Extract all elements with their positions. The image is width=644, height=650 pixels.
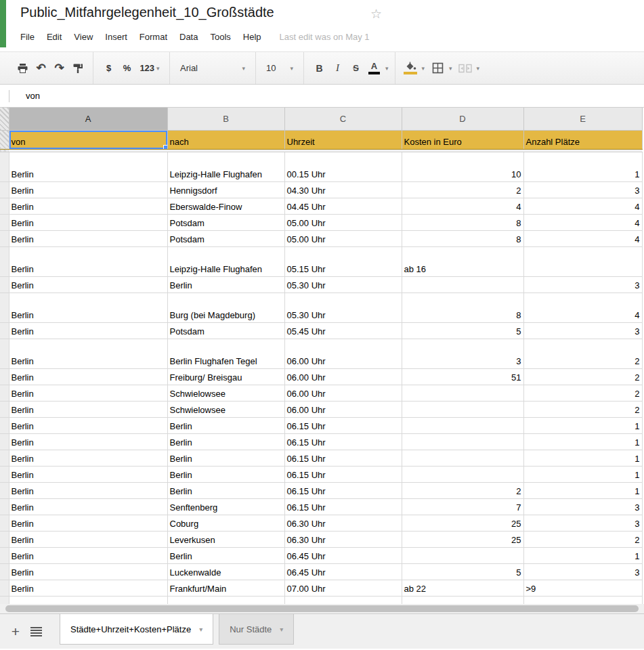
cell-plaetze[interactable]: 4 bbox=[523, 214, 642, 230]
cell-uhrzeit[interactable]: 04.30 Uhr bbox=[284, 181, 402, 198]
cell-uhrzeit[interactable]: 06.30 Uhr bbox=[284, 531, 402, 547]
cell-uhrzeit[interactable]: 06.00 Uhr bbox=[284, 401, 402, 417]
cell-a1-selected[interactable]: von bbox=[9, 130, 167, 149]
cell-nach[interactable]: Senftenberg bbox=[167, 498, 284, 515]
cell-kosten[interactable]: ab 16 bbox=[402, 246, 523, 276]
cell-uhrzeit[interactable]: 06.15 Uhr bbox=[284, 433, 402, 450]
cell-kosten[interactable]: 51 bbox=[402, 368, 523, 385]
cell-von[interactable]: Berlin bbox=[9, 482, 167, 498]
caret-down-icon[interactable]: ▾ bbox=[449, 65, 452, 72]
cell-nach[interactable]: Berlin bbox=[167, 466, 284, 482]
cell-nach[interactable]: Berlin bbox=[167, 433, 284, 450]
cell-nach[interactable]: Luckenwalde bbox=[167, 563, 284, 580]
cell-kosten[interactable]: 25 bbox=[402, 531, 523, 547]
cell-nach[interactable]: Potsdam bbox=[167, 214, 284, 230]
cell-uhrzeit[interactable]: 05.00 Uhr bbox=[284, 214, 402, 230]
cell-kosten[interactable]: 10 bbox=[402, 152, 523, 181]
tab-nur-staedte[interactable]: Nur Städte ▾ bbox=[219, 614, 294, 645]
cell-kosten[interactable]: 7 bbox=[402, 498, 523, 515]
row-header-strip[interactable] bbox=[0, 152, 9, 181]
cell-kosten[interactable]: 5 bbox=[402, 563, 523, 580]
cell-kosten[interactable]: ab 22 bbox=[402, 580, 523, 596]
font-size-select[interactable]: 10 ▾ bbox=[262, 59, 297, 78]
row-header-strip[interactable] bbox=[0, 322, 9, 339]
last-edit-status[interactable]: Last edit was on May 1 bbox=[280, 32, 370, 42]
cell-von[interactable]: Berlin bbox=[9, 433, 167, 450]
cell-kosten[interactable]: 8 bbox=[402, 214, 523, 230]
cell-kosten[interactable]: 2 bbox=[402, 181, 523, 198]
format-currency-button[interactable]: $ bbox=[100, 58, 118, 79]
row-header-strip[interactable] bbox=[0, 401, 9, 417]
row-header-strip[interactable] bbox=[0, 385, 9, 401]
empty-cell[interactable] bbox=[402, 596, 523, 604]
row-header-strip[interactable] bbox=[0, 246, 9, 276]
cell-nach[interactable]: Coburg bbox=[167, 515, 284, 531]
text-color-button[interactable]: A bbox=[365, 58, 383, 79]
cell-von[interactable]: Berlin bbox=[9, 450, 167, 466]
menu-item-file[interactable]: File bbox=[14, 28, 41, 45]
fill-color-button[interactable] bbox=[402, 58, 420, 79]
row-header-strip[interactable] bbox=[0, 339, 9, 368]
cell-uhrzeit[interactable]: 05.15 Uhr bbox=[284, 246, 402, 276]
cell-uhrzeit[interactable]: 06.15 Uhr bbox=[284, 466, 402, 482]
cell-plaetze[interactable]: 1 bbox=[523, 433, 642, 450]
cell-uhrzeit[interactable]: 06.00 Uhr bbox=[284, 339, 402, 368]
cell-nach[interactable]: Frankfurt/Main bbox=[167, 580, 284, 596]
menu-item-edit[interactable]: Edit bbox=[41, 28, 68, 45]
cell-plaetze[interactable]: 3 bbox=[523, 563, 642, 580]
cell-kosten[interactable] bbox=[402, 547, 523, 563]
cell-nach[interactable]: Potsdam bbox=[167, 322, 284, 339]
cell-kosten[interactable]: 4 bbox=[402, 198, 523, 214]
cell-uhrzeit[interactable]: 05.30 Uhr bbox=[284, 276, 402, 292]
number-format-button[interactable]: 123 ▾ bbox=[136, 58, 163, 79]
cell-plaetze[interactable]: 1 bbox=[523, 466, 642, 482]
cell-von[interactable]: Berlin bbox=[9, 368, 167, 385]
row-header-strip[interactable] bbox=[0, 292, 9, 322]
cell-plaetze[interactable]: 1 bbox=[523, 482, 642, 498]
add-sheet-button[interactable]: + bbox=[5, 614, 26, 649]
cell-kosten[interactable] bbox=[402, 417, 523, 433]
cell-von[interactable]: Berlin bbox=[9, 152, 167, 181]
cell-von[interactable]: Berlin bbox=[9, 563, 167, 580]
cell-kosten[interactable]: 5 bbox=[402, 322, 523, 339]
cell-nach[interactable]: Leipzig-Halle Flughafen bbox=[167, 246, 284, 276]
cell-von[interactable]: Berlin bbox=[9, 246, 167, 276]
cell-kosten[interactable] bbox=[402, 401, 523, 417]
cell-nach[interactable]: Leipzig-Halle Flughafen bbox=[167, 152, 284, 181]
row-header-strip[interactable] bbox=[0, 580, 9, 596]
column-header-c[interactable]: C bbox=[284, 108, 402, 130]
formula-input[interactable]: von bbox=[26, 91, 40, 101]
cell-nach[interactable]: Berlin Flughafen Tegel bbox=[167, 339, 284, 368]
cell-plaetze[interactable]: 3 bbox=[523, 515, 642, 531]
column-header-e[interactable]: E bbox=[523, 108, 642, 130]
cell-e1[interactable]: Anzahl Plätze bbox=[523, 130, 642, 149]
cell-plaetze[interactable]: 2 bbox=[523, 368, 642, 385]
cell-von[interactable]: Berlin bbox=[9, 531, 167, 547]
cell-plaetze[interactable]: 2 bbox=[523, 401, 642, 417]
formula-bar[interactable]: von bbox=[0, 85, 644, 108]
menu-item-help[interactable]: Help bbox=[237, 28, 267, 45]
merge-cells-button[interactable] bbox=[456, 58, 475, 79]
document-title[interactable]: Public_Mitfahrgelegenheit_10_Großstädte bbox=[20, 5, 274, 20]
cell-uhrzeit[interactable]: 06.00 Uhr bbox=[284, 368, 402, 385]
cell-nach[interactable]: Berlin bbox=[167, 482, 284, 498]
cell-kosten[interactable]: 2 bbox=[402, 482, 523, 498]
grid-corner[interactable] bbox=[0, 108, 9, 130]
star-icon[interactable]: ☆ bbox=[370, 6, 382, 22]
cell-nach[interactable]: Leverkusen bbox=[167, 531, 284, 547]
cell-nach[interactable]: Schwielowsee bbox=[167, 401, 284, 417]
caret-down-icon[interactable]: ▾ bbox=[477, 65, 480, 72]
italic-button[interactable]: I bbox=[328, 58, 347, 79]
column-header-b[interactable]: B bbox=[167, 108, 284, 130]
row-header-strip[interactable] bbox=[0, 198, 9, 214]
cell-kosten[interactable]: 3 bbox=[402, 339, 523, 368]
cell-uhrzeit[interactable]: 05.45 Uhr bbox=[284, 322, 402, 339]
cell-uhrzeit[interactable]: 06.15 Uhr bbox=[284, 417, 402, 433]
row-header-strip[interactable] bbox=[0, 433, 9, 450]
cell-von[interactable]: Berlin bbox=[9, 230, 167, 246]
cell-plaetze[interactable]: 2 bbox=[523, 339, 642, 368]
row-header-strip[interactable] bbox=[0, 368, 9, 385]
row-header-strip[interactable] bbox=[0, 450, 9, 466]
row-header-strip[interactable] bbox=[0, 276, 9, 292]
row-header-strip[interactable] bbox=[0, 547, 9, 563]
